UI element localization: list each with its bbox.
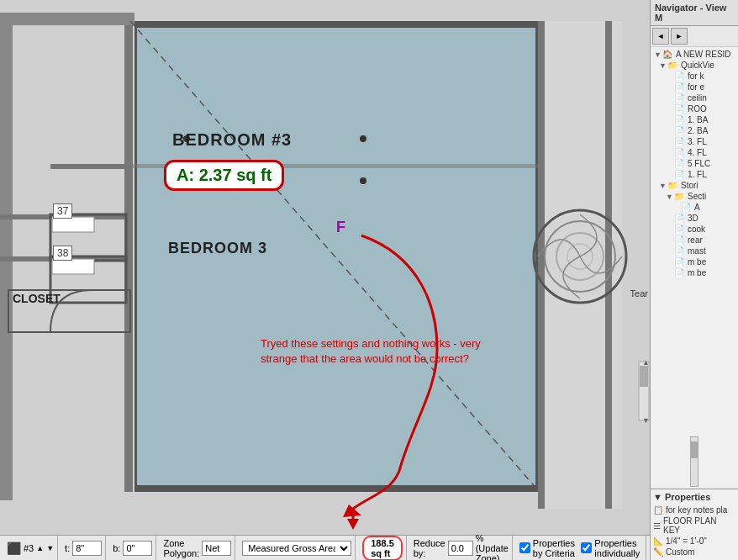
tree-item[interactable]: 📄1. BA — [652, 114, 736, 125]
zone-input[interactable] — [202, 541, 231, 556]
navigator-panel: Navigator - View M ◄ ► ▼🏠A NEW RESID▼📁Qu… — [650, 0, 738, 560]
nav-tree[interactable]: ▼🏠A NEW RESID▼📁QuickVie📄for k📄for e📄ceil… — [651, 47, 738, 435]
tree-icon: 📁 — [667, 61, 679, 70]
tree-icon: 📄 — [681, 203, 693, 212]
tree-label: A NEW RESID — [676, 50, 731, 59]
tree-label: QuickVie — [681, 61, 714, 70]
tree-item[interactable]: 📄for k — [652, 71, 736, 82]
tree-item[interactable]: 📄A — [652, 202, 736, 213]
tree-icon: 📄 — [674, 126, 686, 135]
tree-item[interactable]: 📄for e — [652, 82, 736, 92]
tree-item[interactable]: 📄4. FL — [652, 147, 736, 158]
properties-chevron[interactable]: ▼ — [653, 492, 662, 502]
tree-item[interactable]: 📄m be — [652, 256, 736, 267]
tree-label: 5 FLC — [688, 159, 710, 168]
tree-label: m be — [688, 268, 706, 277]
properties-items: 📋for key notes pla☰FLOOR PLAN KEY📐1/4" =… — [653, 505, 735, 557]
b-segment: b: — [109, 536, 156, 560]
tree-item[interactable]: 📄3. FL — [652, 136, 736, 147]
t-segment: t: — [61, 536, 106, 560]
svg-point-25 — [567, 244, 593, 269]
room-id-segment: ⬛ #3 ▲ ▼ — [3, 536, 58, 560]
tree-item[interactable]: 📄5 FLC — [652, 158, 736, 169]
tear-label: Tear — [630, 288, 648, 298]
tree-label: 1. FL — [688, 170, 707, 179]
property-item[interactable]: 📋for key notes pla — [653, 505, 735, 515]
floorplan-area: ▲ ▼ BEDROOM #3 A: 2.37 sq ft F BEDROOM 3… — [0, 0, 650, 560]
t-input[interactable] — [72, 541, 102, 556]
svg-point-24 — [556, 233, 604, 280]
nav-btn-forward[interactable]: ► — [671, 28, 688, 45]
svg-rect-32 — [639, 362, 649, 420]
room-id: #3 — [24, 543, 34, 553]
tree-label: 4. FL — [688, 148, 707, 157]
tree-icon: 📄 — [674, 93, 686, 103]
tree-item[interactable]: 📄ceilin — [652, 92, 736, 103]
tree-icon: 📄 — [674, 104, 686, 114]
tree-label: for e — [688, 82, 704, 92]
property-item[interactable]: ☰FLOOR PLAN KEY — [653, 515, 735, 536]
tree-expand: ▼ — [659, 182, 667, 190]
svg-rect-6 — [124, 21, 133, 492]
tree-icon: 📄 — [674, 159, 686, 168]
tree-item[interactable]: ▼📁Stori — [652, 180, 736, 191]
zone-label: Zone Polygon: — [163, 538, 199, 558]
tree-label: 2. BA — [688, 126, 708, 135]
tree-label: ROO — [688, 104, 707, 114]
svg-rect-1 — [130, 21, 542, 28]
statusbar: ⬛ #3 ▲ ▼ t: b: Zone Polygon: Measured Gr… — [0, 535, 650, 560]
tree-item[interactable]: ▼📁Secti — [652, 191, 736, 202]
tree-icon: 📄 — [674, 225, 686, 234]
bedroom3-sublabel: BEDROOM 3 — [168, 240, 267, 257]
tree-item[interactable]: 📄ROO — [652, 103, 736, 114]
area-value-display: 188.5 sq ft — [362, 536, 403, 561]
tree-icon: 📁 — [674, 192, 686, 201]
tree-item[interactable]: ▼📁QuickVie — [652, 60, 736, 71]
zone-segment: Zone Polygon: — [160, 536, 235, 560]
main-container: ▲ ▼ BEDROOM #3 A: 2.37 sq ft F BEDROOM 3… — [0, 0, 738, 560]
navigator-title: Navigator - View M — [651, 0, 738, 26]
tree-item[interactable]: 📄cook — [652, 224, 736, 235]
nav-btn-back[interactable]: ◄ — [652, 28, 669, 45]
tree-item[interactable]: 📄3D — [652, 213, 736, 224]
tree-item[interactable]: 📄mast — [652, 246, 736, 256]
properties-title: ▼ Properties — [653, 492, 735, 502]
svg-rect-8 — [0, 13, 13, 500]
tree-icon: 📄 — [674, 170, 686, 179]
svg-marker-30 — [343, 505, 361, 517]
prop-icon: ☰ — [653, 521, 661, 531]
reduce-input[interactable] — [448, 541, 473, 556]
arrow-up[interactable]: ▲ — [36, 544, 44, 552]
measure-segment: Measured Gross Area — [239, 536, 356, 560]
tree-label: mast — [688, 246, 706, 256]
tree-item[interactable]: 📄2. BA — [652, 125, 736, 136]
svg-rect-14 — [52, 217, 94, 232]
tree-item[interactable]: ▼🏠A NEW RESID — [652, 49, 736, 60]
tree-label: A — [694, 203, 700, 212]
svg-point-23 — [545, 221, 615, 292]
tree-expand: ▼ — [654, 50, 662, 59]
svg-marker-31 — [347, 519, 359, 530]
property-item[interactable]: 📐1/4" = 1'-0" — [653, 536, 735, 547]
tree-label: ceilin — [688, 93, 707, 103]
tree-item[interactable]: 📄1. FL — [652, 169, 736, 180]
tree-icon: 📄 — [674, 137, 686, 146]
number-37: 37 — [53, 203, 72, 219]
checkbox-criteria[interactable] — [519, 542, 530, 553]
b-input[interactable] — [123, 541, 152, 556]
reduce-segment: Reduce by: % (Update Zone) — [410, 536, 513, 560]
tree-item[interactable]: 📄rear — [652, 235, 736, 246]
tree-label: Secti — [688, 192, 706, 201]
measure-dropdown[interactable]: Measured Gross Area — [242, 541, 351, 556]
prop-label: Custom — [666, 547, 694, 557]
svg-text:▲: ▲ — [642, 358, 650, 367]
svg-point-22 — [534, 210, 626, 303]
number-38: 38 — [53, 246, 72, 261]
property-item[interactable]: ✏️Custom — [653, 547, 735, 557]
floorplan-svg: ▲ ▼ — [0, 0, 650, 560]
prop-label: for key notes pla — [666, 505, 727, 515]
tree-item[interactable]: 📄m be — [652, 267, 736, 278]
checkbox-individually[interactable] — [581, 542, 592, 553]
arrow-down[interactable]: ▼ — [46, 544, 54, 552]
nav-scrollbar[interactable] — [690, 436, 698, 487]
